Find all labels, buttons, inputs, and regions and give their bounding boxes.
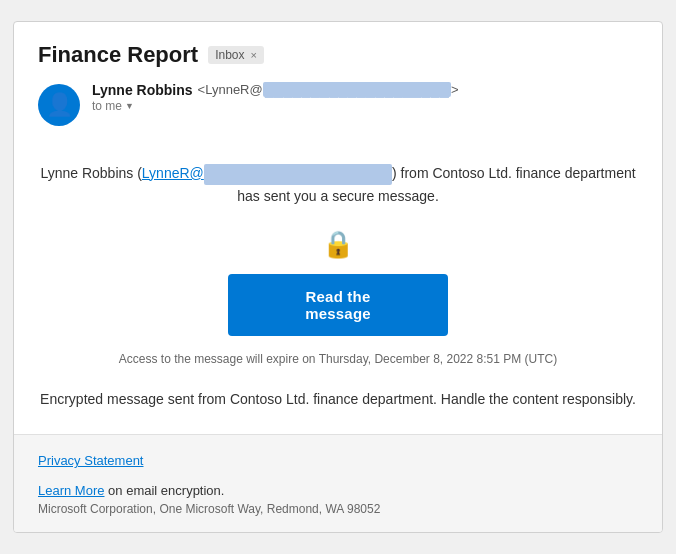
footer-learn-more-row: Learn More on email encryption. <box>38 483 638 498</box>
sender-info: Lynne Robbins <LynneR@██████████████████… <box>92 82 459 113</box>
avatar-icon: 👤 <box>46 92 73 118</box>
privacy-statement-link[interactable]: Privacy Statement <box>38 453 144 468</box>
learn-more-link[interactable]: Learn More <box>38 483 104 498</box>
email-container: Finance Report Inbox × 👤 Lynne Robbins <… <box>13 21 663 534</box>
email-link-redacted: ████████████████████ <box>204 164 392 185</box>
lock-icon: 🔒 <box>322 229 354 259</box>
footer-privacy: Privacy Statement <box>38 451 638 469</box>
inbox-label: Inbox <box>215 48 244 62</box>
inbox-badge: Inbox × <box>208 46 264 64</box>
to-me-label: to me <box>92 99 122 113</box>
intro-before-link: Lynne Robbins ( <box>40 165 141 181</box>
footer-corp-info: Microsoft Corporation, One Microsoft Way… <box>38 502 638 516</box>
email-body: Lynne Robbins (LynneR@██████████████████… <box>14 138 662 411</box>
message-intro: Lynne Robbins (LynneR@██████████████████… <box>38 162 638 207</box>
sender-name-row: Lynne Robbins <LynneR@██████████████████… <box>92 82 459 98</box>
sender-email: <LynneR@████████████████████> <box>198 82 459 97</box>
expiry-notice: Access to the message will expire on Thu… <box>38 352 638 366</box>
recipients-dropdown-icon[interactable]: ▼ <box>125 101 134 111</box>
sender-name: Lynne Robbins <box>92 82 193 98</box>
encrypted-notice: Encrypted message sent from Contoso Ltd.… <box>38 388 638 410</box>
footer-section: Privacy Statement Learn More on email en… <box>14 434 662 532</box>
sender-link[interactable]: LynneR@████████████████████ <box>142 165 392 181</box>
read-message-button[interactable]: Read the message <box>228 274 448 336</box>
email-subject: Finance Report <box>38 42 198 68</box>
email-header: Finance Report Inbox × 👤 Lynne Robbins <… <box>14 22 662 138</box>
avatar: 👤 <box>38 84 80 126</box>
subject-row: Finance Report Inbox × <box>38 42 638 68</box>
inbox-close-button[interactable]: × <box>251 49 257 61</box>
learn-more-suffix: on email encryption. <box>104 483 224 498</box>
to-me-row: to me ▼ <box>92 99 459 113</box>
lock-icon-container: 🔒 <box>38 229 638 260</box>
sender-row: 👤 Lynne Robbins <LynneR@████████████████… <box>38 82 638 126</box>
email-redacted: ████████████████████ <box>263 82 451 97</box>
